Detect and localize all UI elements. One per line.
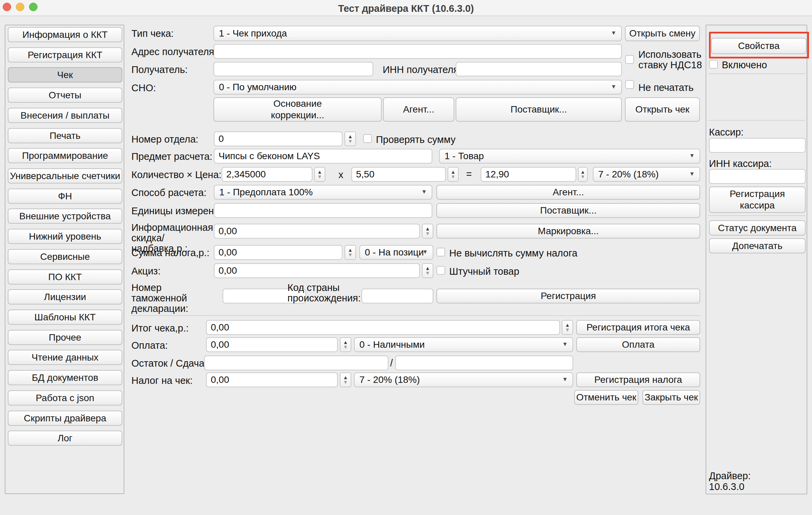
use-vat18-checkbox[interactable] [625, 55, 634, 64]
tax-registration-button[interactable]: Регистрация налога [576, 372, 700, 387]
sidebar-item-log[interactable]: Лог [8, 431, 122, 446]
chevron-down-icon: ▼ [422, 249, 428, 255]
excise-input[interactable] [214, 263, 420, 278]
price-stepper[interactable]: ▲ ▼ [448, 167, 459, 182]
spin-down-icon[interactable]: ▼ [317, 174, 322, 179]
no-tax-calc-checkbox[interactable] [436, 248, 445, 256]
subject-type-select[interactable]: 1 - Товар▼ [439, 149, 700, 164]
spin-down-icon[interactable]: ▼ [343, 345, 348, 349]
correction-basis-button[interactable]: Основание коррекции... [213, 97, 382, 122]
department-stepper[interactable]: ▲ ▼ [345, 131, 356, 146]
agent-button[interactable]: Агент... [383, 97, 454, 122]
close-check-button[interactable]: Закрыть чек [642, 390, 700, 405]
supplier-button[interactable]: Поставщик... [456, 97, 622, 122]
registration-button[interactable]: Регистрация [436, 289, 700, 303]
customs-declaration-label: Номер таможенной декларации: [131, 283, 219, 314]
cashier-inn-label: ИНН кассира: [709, 158, 772, 169]
sidebar-item-kkt-info[interactable]: Информация о ККТ [8, 27, 122, 42]
sidebar-item-fn[interactable]: ФН [8, 189, 122, 204]
section-divider [131, 315, 700, 316]
sidebar-item-universal-counters[interactable]: Универсальные счетчики [8, 168, 122, 183]
check-total-stepper[interactable]: ▲ ▼ [562, 320, 573, 335]
document-status-button[interactable]: Статус документа [709, 220, 806, 236]
department-input[interactable] [214, 131, 342, 146]
sidebar-item-driver-scripts[interactable]: Скрипты драйвера [8, 411, 122, 426]
discount-input[interactable] [214, 224, 420, 239]
sidebar-item-service[interactable]: Сервисные [8, 249, 122, 264]
spin-down-icon[interactable]: ▼ [425, 231, 430, 236]
position-sum-input[interactable] [481, 167, 576, 182]
payment-stepper[interactable]: ▲ ▼ [340, 337, 351, 352]
no-print-checkbox[interactable] [625, 80, 634, 89]
sidebar-item-external-devices[interactable]: Внешние устройства [8, 209, 122, 224]
properties-button[interactable]: Свойства [711, 38, 807, 54]
discount-stepper[interactable]: ▲ ▼ [422, 224, 433, 239]
vat-rate-select[interactable]: 7 - 20% (18%)▼ [593, 167, 700, 182]
chevron-down-icon: ▼ [611, 83, 616, 90]
piece-goods-checkbox[interactable] [436, 266, 445, 275]
marking-button[interactable]: Маркировка... [436, 224, 700, 239]
tax-sum-input[interactable] [214, 245, 342, 260]
sidebar-item-programming[interactable]: Программирование [8, 148, 122, 163]
driver-label: Драйвер: [709, 470, 751, 482]
check-total-input[interactable] [206, 320, 560, 335]
country-code-input[interactable] [361, 289, 433, 303]
check-tax-type-select[interactable]: 7 - 20% (18%)▼ [354, 372, 573, 387]
sidebar-item-doc-db[interactable]: БД документов [8, 370, 122, 385]
sidebar-item-check[interactable]: Чек [8, 67, 122, 82]
payment-method-select[interactable]: 1 - Предоплата 100%▼ [214, 185, 432, 200]
verify-sum-checkbox[interactable] [363, 134, 372, 143]
total-registration-button[interactable]: Регистрация итога чека [576, 320, 700, 335]
sidebar-item-json[interactable]: Работа с json [8, 390, 122, 406]
open-check-button[interactable]: Открыть чек [625, 97, 700, 122]
cancel-check-button[interactable]: Отменить чек [574, 390, 638, 405]
sidebar-item-misc[interactable]: Прочее [8, 330, 122, 345]
subject-input[interactable] [214, 149, 432, 164]
recipient-inn-input[interactable] [456, 62, 622, 76]
cashier-input[interactable] [709, 138, 806, 153]
tax-sum-stepper[interactable]: ▲ ▼ [345, 245, 356, 260]
sidebar-item-kkt-registration[interactable]: Регистрация ККТ [8, 47, 122, 63]
sidebar-item-print[interactable]: Печать [8, 128, 122, 143]
position-sum-stepper[interactable]: ▲ ▼ [578, 167, 588, 182]
spin-down-icon[interactable]: ▼ [348, 252, 353, 257]
check-tax-input[interactable] [206, 372, 338, 387]
change-input[interactable] [395, 355, 573, 370]
recipient-address-input[interactable] [213, 44, 622, 59]
rest-input[interactable] [204, 355, 388, 370]
sidebar-item-read-data[interactable]: Чтение данных [8, 350, 122, 365]
spin-down-icon[interactable]: ▼ [565, 327, 570, 332]
sidebar-item-licenses[interactable]: Лицензии [8, 289, 122, 304]
spin-down-icon[interactable]: ▼ [425, 271, 430, 275]
enabled-checkbox[interactable] [709, 60, 718, 69]
sidebar-item-deposits-payouts[interactable]: Внесения / выплаты [8, 108, 122, 123]
quantity-stepper[interactable]: ▲ ▼ [314, 167, 325, 182]
check-type-select[interactable]: 1 - Чек прихода▼ [213, 26, 622, 41]
recipient-input[interactable] [213, 62, 373, 76]
payment-button[interactable]: Оплата [576, 337, 700, 352]
spin-down-icon[interactable]: ▼ [348, 139, 353, 144]
units-input[interactable] [214, 203, 432, 218]
spin-down-icon[interactable]: ▼ [580, 174, 585, 179]
cashier-registration-button[interactable]: Регистрация кассира [709, 187, 806, 213]
position-agent-button[interactable]: Агент... [436, 185, 700, 200]
sidebar-item-kkt-templates[interactable]: Шаблоны ККТ [8, 310, 122, 325]
check-tax-stepper[interactable]: ▲ ▼ [340, 372, 351, 387]
position-supplier-button[interactable]: Поставщик... [436, 203, 700, 218]
sno-select[interactable]: 0 - По умолчанию▼ [213, 80, 622, 95]
open-shift-button[interactable]: Открыть смену [625, 26, 700, 41]
sidebar-item-low-level[interactable]: Нижний уровень [8, 229, 122, 244]
right-panel [706, 25, 807, 494]
excise-stepper[interactable]: ▲ ▼ [422, 263, 433, 278]
sidebar-item-reports[interactable]: Отчеты [8, 88, 122, 103]
payment-input[interactable] [206, 337, 338, 352]
tax-mode-select[interactable]: 0 - На позици▼ [359, 245, 433, 260]
sidebar-item-kkt-software[interactable]: ПО ККТ [8, 269, 122, 285]
spin-down-icon[interactable]: ▼ [343, 380, 348, 385]
cashier-inn-input[interactable] [709, 169, 806, 184]
payment-type-select[interactable]: 0 - Наличными▼ [354, 337, 573, 352]
quantity-input[interactable] [222, 167, 312, 182]
spin-down-icon[interactable]: ▼ [451, 174, 456, 179]
reprint-button[interactable]: Допечатать [709, 238, 806, 253]
price-input[interactable] [351, 167, 446, 182]
